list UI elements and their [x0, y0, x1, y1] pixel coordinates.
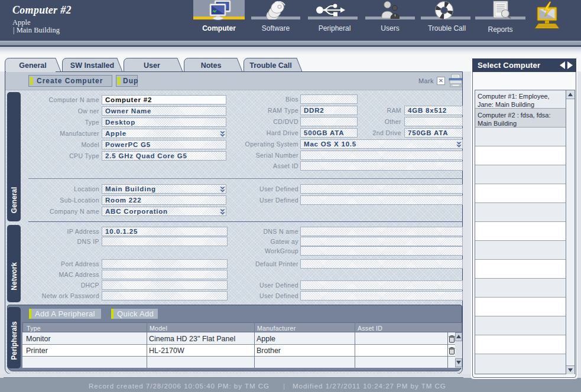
svg-text:General: General — [19, 61, 47, 70]
svg-text:Trouble Call: Trouble Call — [249, 61, 292, 70]
svg-text:SW Installed: SW Installed — [70, 61, 114, 70]
svg-text:User: User — [144, 61, 160, 70]
svg-text:Notes: Notes — [201, 61, 222, 70]
